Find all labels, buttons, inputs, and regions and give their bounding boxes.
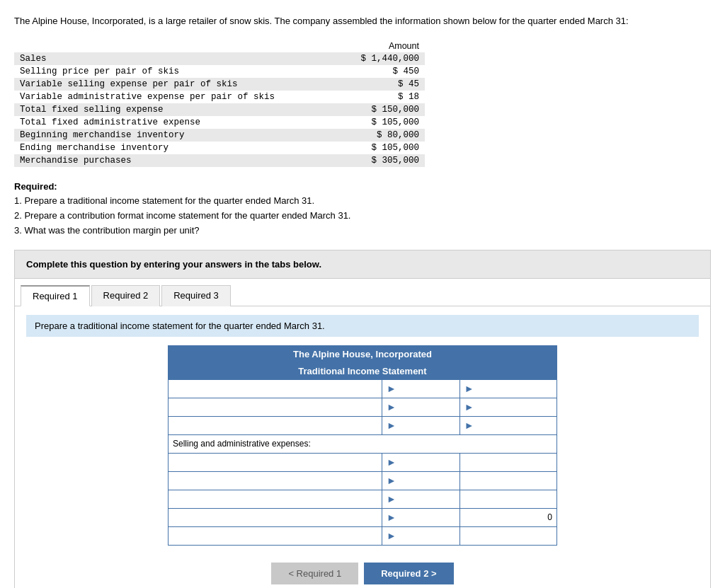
- next-button[interactable]: Required 2 >: [364, 563, 453, 584]
- row-label-cell: [169, 471, 382, 490]
- row-mid-input[interactable]: [399, 421, 453, 431]
- row-label-cell: [169, 398, 382, 416]
- row-label-input[interactable]: [173, 384, 377, 394]
- row-val-input[interactable]: [476, 384, 547, 394]
- row-mid-input[interactable]: [399, 384, 453, 394]
- required-heading: Required:: [14, 181, 57, 192]
- row-label-input[interactable]: [173, 495, 377, 505]
- row-mid-cell: ►: [382, 379, 459, 398]
- arrow-icon: ►: [464, 401, 474, 413]
- arrow-icon: ►: [387, 530, 396, 541]
- required-section: Required: 1. Prepare a traditional incom…: [14, 180, 711, 238]
- row-label-cell: [169, 508, 382, 526]
- tab-required-2[interactable]: Required 2: [91, 285, 161, 306]
- row-mid-cell: ►: [382, 490, 459, 508]
- tabs-row: Required 1 Required 2 Required 3: [15, 279, 710, 306]
- arrow-icon: ►: [387, 456, 396, 468]
- row-mid-input[interactable]: [399, 403, 453, 413]
- info-table: Amount Sales $ 1,440,000 Selling price p…: [14, 40, 425, 167]
- info-row-amount: $ 305,000: [332, 154, 425, 167]
- income-table-subtitle: Traditional Income Statement: [168, 363, 557, 379]
- row-mid-cell: ►: [382, 508, 459, 526]
- row-val-cell: ►: [459, 398, 556, 416]
- table-row: ► ►: [169, 398, 557, 416]
- arrow-icon: ►: [387, 420, 396, 431]
- tab1-content: Prepare a traditional income statement f…: [15, 306, 710, 588]
- row-val-input[interactable]: [476, 421, 547, 431]
- table-row: ►: [169, 453, 557, 471]
- row-mid-input[interactable]: [399, 476, 453, 486]
- info-row-amount: $ 105,000: [332, 142, 425, 154]
- table-row: ► ►: [169, 416, 557, 434]
- required-item-1: 1. Prepare a traditional income statemen…: [14, 195, 314, 206]
- section-label: Selling and administrative expenses:: [169, 434, 557, 453]
- arrow-icon: ►: [464, 420, 474, 431]
- section-label-row: Selling and administrative expenses:: [169, 434, 557, 453]
- row-label-cell: [169, 379, 382, 398]
- row-mid-input[interactable]: [399, 531, 453, 541]
- info-row-amount: $ 450: [332, 65, 425, 78]
- row-val-cell: ►: [459, 416, 556, 434]
- row-zero-value: 0: [459, 508, 556, 526]
- row-val-cell: [459, 490, 556, 508]
- row-mid-cell: ►: [382, 471, 459, 490]
- row-label-input[interactable]: [173, 531, 377, 541]
- row-mid-cell: ►: [382, 453, 459, 471]
- row-label-input[interactable]: [173, 421, 377, 431]
- row-label-cell: [169, 416, 382, 434]
- instruction-text: Complete this question by entering your …: [26, 259, 321, 270]
- info-row-label: Variable administrative expense per pair…: [14, 91, 332, 103]
- tabs-container: Required 1 Required 2 Required 3 Prepare…: [14, 279, 711, 588]
- info-row-amount: $ 80,000: [332, 129, 425, 142]
- arrow-icon: ►: [387, 383, 396, 394]
- row-label-input[interactable]: [173, 513, 377, 523]
- row-label-input[interactable]: [173, 458, 377, 468]
- amount-header: Amount: [332, 40, 425, 52]
- row-val-cell: ►: [459, 379, 556, 398]
- instruction-box: Complete this question by entering your …: [14, 250, 711, 279]
- required-item-3: 3. What was the contribution margin per …: [14, 225, 200, 236]
- row-mid-input[interactable]: [399, 495, 453, 505]
- row-label-cell: [169, 526, 382, 545]
- arrow-icon: ►: [387, 493, 396, 505]
- info-row-amount: $ 150,000: [332, 103, 425, 116]
- info-row-amount: $ 105,000: [332, 116, 425, 129]
- table-row-zero: ► 0: [169, 508, 557, 526]
- table-row: ► ►: [169, 379, 557, 398]
- row-mid-input[interactable]: [399, 458, 453, 468]
- info-row-label: Ending merchandise inventory: [14, 142, 332, 154]
- prev-button[interactable]: < Required 1: [271, 563, 358, 584]
- row-label-cell: [169, 453, 382, 471]
- table-row: ►: [169, 490, 557, 508]
- nav-buttons: < Required 1 Required 2 >: [26, 557, 699, 588]
- tab-instruction: Prepare a traditional income statement f…: [26, 315, 699, 337]
- tab-required-1[interactable]: Required 1: [21, 285, 90, 306]
- info-row-label: Variable selling expense per pair of ski…: [14, 78, 332, 91]
- info-row-amount: $ 45: [332, 78, 425, 91]
- required-item-2: 2. Prepare a contribution format income …: [14, 210, 350, 221]
- tab-required-3[interactable]: Required 3: [161, 285, 231, 306]
- arrow-icon: ►: [387, 512, 396, 523]
- income-table: ► ► ►: [168, 379, 557, 546]
- row-val-input[interactable]: [476, 403, 547, 413]
- row-val-cell: [459, 471, 556, 490]
- arrow-icon: ►: [387, 475, 396, 486]
- arrow-icon: ►: [387, 401, 396, 413]
- info-row-amount: $ 18: [332, 91, 425, 103]
- info-row-label: Sales: [14, 52, 332, 65]
- row-mid-input[interactable]: [399, 513, 453, 523]
- row-mid-cell: ►: [382, 416, 459, 434]
- row-label-input[interactable]: [173, 476, 377, 486]
- row-val-cell: [459, 453, 556, 471]
- info-row-label: Beginning merchandise inventory: [14, 129, 332, 142]
- row-label-cell: [169, 490, 382, 508]
- info-row-label: Selling price per pair of skis: [14, 65, 332, 78]
- row-label-input[interactable]: [173, 403, 377, 413]
- income-table-wrapper: The Alpine House, Incorporated Tradition…: [168, 345, 557, 546]
- row-val-cell: [459, 526, 556, 545]
- intro-text: The Alpine House, Incorporated, is a lar…: [14, 14, 711, 28]
- info-row-amount: $ 1,440,000: [332, 52, 425, 65]
- info-row-label: Total fixed administrative expense: [14, 116, 332, 129]
- row-mid-cell: ►: [382, 398, 459, 416]
- arrow-icon: ►: [464, 383, 474, 394]
